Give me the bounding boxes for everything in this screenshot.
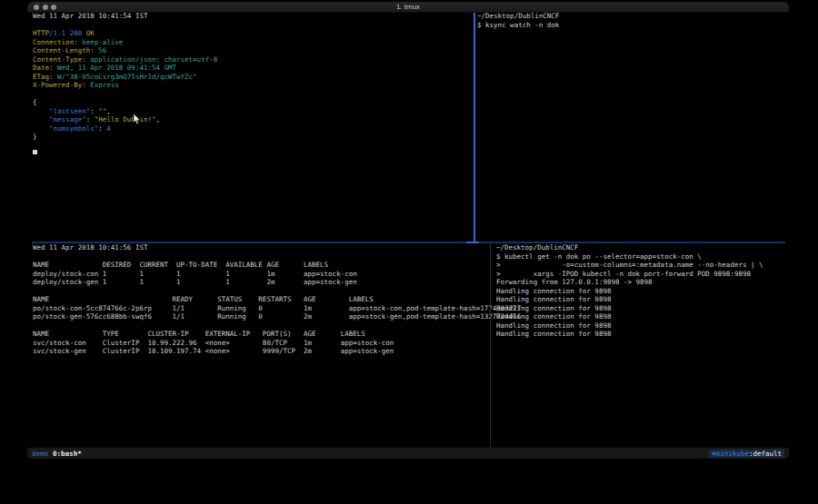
terminal-line: Handling connection for 9898 xyxy=(496,304,787,313)
terminal-line xyxy=(33,321,489,331)
terminal-line xyxy=(33,21,473,30)
terminal-line: HTTP/1.1 200 OK xyxy=(33,29,473,38)
kube-context-segment: ☸ minikube :default xyxy=(709,450,784,458)
terminal-line: > -o=custom-columns=:metadata.name --no-… xyxy=(496,261,787,270)
terminal-line: NAME READY STATUS RESTARTS AGE LABELS xyxy=(33,295,489,304)
mouse-pointer-icon xyxy=(133,114,141,125)
terminal-line: "numsymbols": 4 xyxy=(33,124,473,133)
terminal-line: deploy/stock-con 1 1 1 1 1m app=stock-co… xyxy=(33,270,489,279)
pane-top-right-ksync[interactable]: ~/Desktop/DublinCNCF$ ksync watch -n dok xyxy=(477,12,786,242)
terminal-line: deploy/stock-gen 1 1 1 1 2m app=stock-ge… xyxy=(33,278,489,287)
tmux-active-window[interactable]: 0:bash* xyxy=(53,450,82,458)
terminal-line: Handling connection for 9898 xyxy=(496,287,787,296)
terminal-line: { xyxy=(33,98,473,107)
terminal-line: Content-Type: application/json; charset=… xyxy=(33,55,473,64)
terminal-line: Date: Wed, 11 Apr 2018 09:41:54 GMT xyxy=(33,64,473,73)
terminal-line: svc/stock-con ClusterIP 10.99.222.96 <no… xyxy=(33,339,489,348)
terminal-line: svc/stock-gen ClusterIP 10.109.197.74 <n… xyxy=(33,347,489,356)
terminal-line: NAME TYPE CLUSTER-IP EXTERNAL-IP PORT(S)… xyxy=(33,330,489,339)
terminal-line: $ kubectl get -n dok po --selector=app=s… xyxy=(496,252,787,262)
pane-divider-junction xyxy=(466,242,479,243)
terminal-line xyxy=(33,142,473,151)
terminal-window: 1. tmux Wed 11 Apr 2018 10:41:54 IST HTT… xyxy=(27,2,789,459)
terminal-line: $ ksync watch -n dok xyxy=(477,21,786,30)
terminal-line: Handling connection for 9898 xyxy=(496,295,787,304)
tmux-session-name[interactable]: demo xyxy=(32,450,48,458)
terminal-line: Connection: keep-alive xyxy=(33,38,473,47)
terminal-line: Content-Length: 56 xyxy=(33,46,473,55)
pane-divider-vertical-bottom[interactable] xyxy=(490,242,491,448)
terminal-line: ~/Desktop/DublinCNCF xyxy=(496,243,787,252)
terminal-line: po/stock-gen-576cc688bb-swqf6 1/1 Runnin… xyxy=(33,312,489,321)
terminal-line xyxy=(33,252,489,262)
tmux-status-bar: demo 0:bash* ☸ minikube :default xyxy=(27,448,789,459)
desktop-background: 1. tmux Wed 11 Apr 2018 10:41:54 IST HTT… xyxy=(0,0,818,504)
terminal-line: Handling connection for 9898 xyxy=(496,321,787,331)
terminal-line: po/stock-con-5cc874766c-2p6rp 1/1 Runnin… xyxy=(33,304,489,313)
terminal-line: NAME DESIRED CURRENT UP-TO-DATE AVAILABL… xyxy=(33,261,489,270)
pane-bottom-right-port-forward[interactable]: ~/Desktop/DublinCNCF$ kubectl get -n dok… xyxy=(496,243,787,447)
terminal-line: > xargs -IPOD kubectl -n dok port-forwar… xyxy=(496,270,787,279)
terminal-line: Handling connection for 9898 xyxy=(496,330,787,339)
kube-namespace-label: :default xyxy=(749,450,782,458)
pane-divider-vertical-top[interactable] xyxy=(474,13,475,242)
pane-bottom-left-kubectl-get[interactable]: Wed 11 Apr 2018 10:41:56 IST NAME DESIRE… xyxy=(33,243,489,447)
terminal-line: Forwarding from 127.0.0.1:9898 -> 9898 xyxy=(496,278,787,287)
terminal-line: "lastseen": "", xyxy=(33,107,473,116)
window-title: 1. tmux xyxy=(27,3,789,11)
pane-top-left-http-output[interactable]: Wed 11 Apr 2018 10:41:54 IST HTTP/1.1 20… xyxy=(33,12,473,242)
pane-divider-horizontal[interactable] xyxy=(32,242,785,243)
terminal-line: Wed 11 Apr 2018 10:41:54 IST xyxy=(33,12,473,21)
terminal-line xyxy=(33,90,473,99)
terminal-line: X-Powered-By: Express xyxy=(33,81,473,90)
terminal-line: ~/Desktop/DublinCNCF xyxy=(477,12,786,21)
terminal-line: Wed 11 Apr 2018 10:41:56 IST xyxy=(33,243,489,252)
terminal-line: } xyxy=(33,133,473,142)
terminal-line xyxy=(33,287,489,296)
kube-context-label: minikube xyxy=(716,450,749,458)
terminal-line: Handling connection for 9898 xyxy=(496,312,787,321)
terminal-line: ETag: W/"38-05coCsrg3mQ75sHr1d/qcWTwYZc" xyxy=(33,73,473,82)
terminal-line: "message": "Hello Dublin!", xyxy=(33,115,473,124)
terminal-line xyxy=(33,150,473,159)
